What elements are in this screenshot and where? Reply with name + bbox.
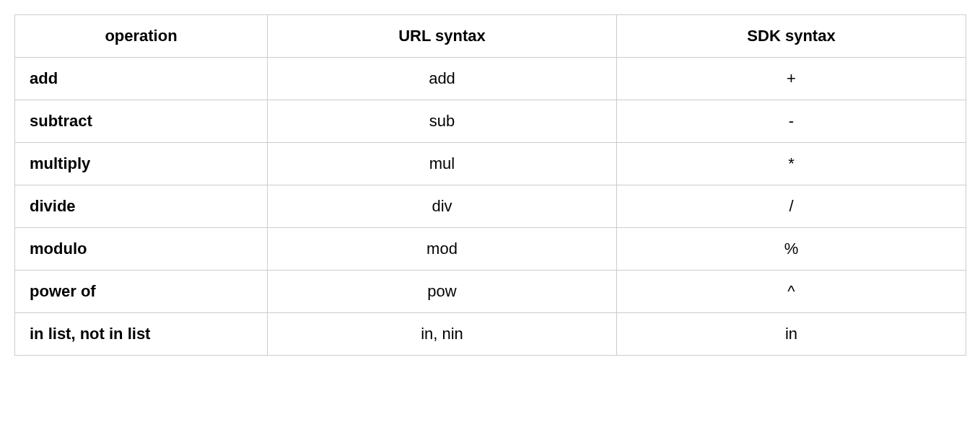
cell-operation: divide <box>15 185 268 228</box>
cell-url-syntax: sub <box>268 100 617 143</box>
table-row: in list, not in list in, nin in <box>15 313 966 356</box>
table-row: modulo mod % <box>15 228 966 271</box>
header-operation: operation <box>15 15 268 58</box>
cell-operation: add <box>15 58 268 100</box>
cell-url-syntax: mod <box>268 228 617 271</box>
cell-url-syntax: pow <box>268 271 617 313</box>
cell-url-syntax: div <box>268 185 617 228</box>
cell-sdk-syntax: in <box>617 313 966 356</box>
cell-sdk-syntax: * <box>617 143 966 185</box>
cell-operation: power of <box>15 271 268 313</box>
table-row: power of pow ^ <box>15 271 966 313</box>
table-row: divide div / <box>15 185 966 228</box>
cell-operation: in list, not in list <box>15 313 268 356</box>
table-row: multiply mul * <box>15 143 966 185</box>
table-row: add add + <box>15 58 966 100</box>
cell-sdk-syntax: + <box>617 58 966 100</box>
cell-sdk-syntax: % <box>617 228 966 271</box>
header-url-syntax: URL syntax <box>268 15 617 58</box>
header-sdk-syntax: SDK syntax <box>617 15 966 58</box>
cell-sdk-syntax: ^ <box>617 271 966 313</box>
cell-operation: multiply <box>15 143 268 185</box>
cell-url-syntax: in, nin <box>268 313 617 356</box>
cell-url-syntax: mul <box>268 143 617 185</box>
cell-operation: modulo <box>15 228 268 271</box>
cell-sdk-syntax: - <box>617 100 966 143</box>
syntax-table: operation URL syntax SDK syntax add add … <box>14 14 966 356</box>
cell-sdk-syntax: / <box>617 185 966 228</box>
cell-url-syntax: add <box>268 58 617 100</box>
table-row: subtract sub - <box>15 100 966 143</box>
table-header-row: operation URL syntax SDK syntax <box>15 15 966 58</box>
cell-operation: subtract <box>15 100 268 143</box>
